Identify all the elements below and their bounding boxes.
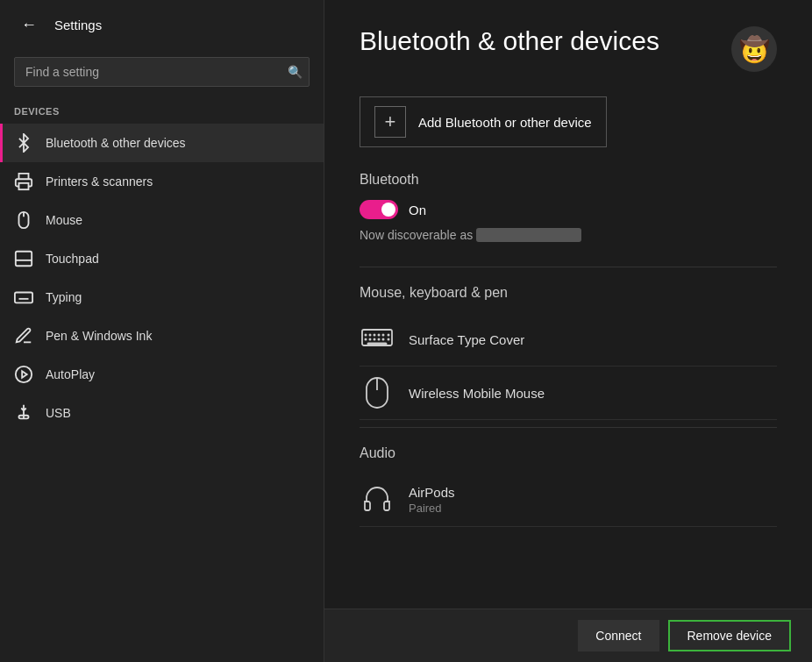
sidebar-item-printers[interactable]: Printers & scanners [0,162,324,201]
keyboard-device-icon [360,322,395,357]
sidebar-header: ← Settings [0,0,324,50]
sidebar-item-pen-label: Pen & Windows Ink [46,329,152,343]
sidebar-item-usb[interactable]: USB [0,394,324,432]
svg-rect-5 [15,293,32,303]
search-input[interactable] [14,57,310,87]
sidebar-item-usb-label: USB [46,406,71,420]
bluetooth-toggle[interactable] [360,200,398,219]
bluetooth-toggle-label: On [409,203,426,217]
back-button[interactable]: ← [14,12,44,38]
usb-icon [14,403,33,423]
page-title: Bluetooth & other devices [360,26,659,56]
device-surface-cover: Surface Type Cover [360,313,777,367]
sidebar-item-bluetooth-label: Bluetooth & other devices [46,136,186,150]
device-discoverable-name [476,228,581,242]
sidebar-item-mouse-label: Mouse [46,213,82,227]
pen-icon [14,326,33,345]
surface-cover-name: Surface Type Cover [409,332,524,347]
svg-rect-0 [19,183,29,189]
action-bar: Connect Remove device [324,609,812,662]
svg-rect-3 [16,252,32,267]
sidebar-item-printers-label: Printers & scanners [46,174,153,189]
sidebar-item-autoplay[interactable]: AutoPlay [0,355,324,394]
printer-icon [14,172,33,191]
surface-cover-info: Surface Type Cover [409,332,524,347]
device-airpods: AirPods Paired [360,473,777,527]
add-plus-icon: + [374,106,406,138]
sidebar-item-autoplay-label: AutoPlay [46,367,95,381]
search-icon[interactable]: 🔍 [288,65,303,79]
bluetooth-toggle-row: On [360,200,777,219]
sidebar-title: Settings [54,18,102,32]
main-header: Bluetooth & other devices 🤠 [360,26,777,72]
devices-section-label: Devices [0,101,324,124]
sidebar-item-typing[interactable]: Typing [0,278,324,317]
mouse-icon [14,210,33,230]
discoverable-row: Now discoverable as [360,228,777,242]
sidebar-item-mouse[interactable]: Mouse [0,201,324,239]
svg-marker-12 [22,371,27,377]
touchpad-icon [14,249,33,268]
mouse-device-icon [360,375,395,410]
connect-button[interactable]: Connect [578,620,659,651]
sidebar-item-pen[interactable]: Pen & Windows Ink [0,317,324,355]
discoverable-label: Now discoverable as [360,228,473,242]
wireless-mouse-info: Wireless Mobile Mouse [409,386,545,401]
bluetooth-icon [14,133,33,153]
sidebar-item-typing-label: Typing [46,290,82,304]
typing-icon [14,288,33,307]
svg-point-11 [16,367,32,382]
airpods-name: AirPods [409,485,455,500]
airpods-info: AirPods Paired [409,485,455,515]
device-wireless-mouse: Wireless Mobile Mouse [360,367,777,420]
mouse-keyboard-section-title: Mouse, keyboard & pen [360,285,777,301]
divider-2 [360,427,777,428]
remove-device-button[interactable]: Remove device [668,620,792,651]
toggle-knob [381,203,395,217]
autoplay-icon [14,365,33,384]
headphones-device-icon [360,482,395,517]
main-content: Bluetooth & other devices 🤠 + Add Blueto… [324,0,812,662]
sidebar: ← Settings 🔍 Devices Bluetooth & other d… [0,0,324,662]
wireless-mouse-name: Wireless Mobile Mouse [409,386,545,401]
bluetooth-section-title: Bluetooth [360,172,777,188]
search-box: 🔍 [14,57,310,87]
divider-1 [360,267,777,267]
add-device-label: Add Bluetooth or other device [418,115,592,130]
sidebar-item-bluetooth[interactable]: Bluetooth & other devices [0,124,324,162]
airpods-status: Paired [409,502,455,515]
add-device-button[interactable]: + Add Bluetooth or other device [360,96,607,147]
sidebar-item-touchpad-label: Touchpad [46,252,99,266]
avatar: 🤠 [731,26,777,72]
audio-section-title: Audio [360,445,777,461]
sidebar-item-touchpad[interactable]: Touchpad [0,239,324,278]
